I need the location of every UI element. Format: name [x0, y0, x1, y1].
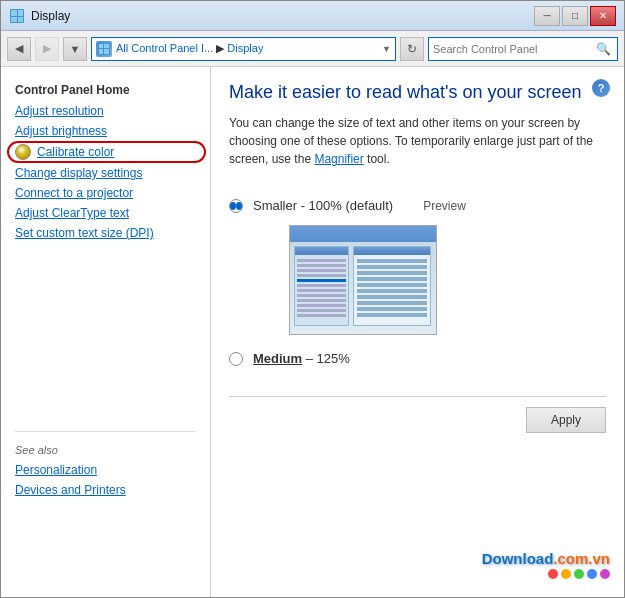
- address-path-bar[interactable]: All Control Panel I... ▶ Display ▼: [91, 37, 396, 61]
- window: Display ─ □ ✕ ◀ ▶ ▼ All Control Panel: [0, 0, 625, 598]
- svg-rect-8: [99, 49, 103, 54]
- svg-rect-2: [18, 10, 23, 16]
- option-smaller-row: Smaller - 100% (default) Preview: [229, 192, 606, 219]
- search-input[interactable]: [433, 43, 589, 55]
- dot-purple: [600, 569, 610, 579]
- path-separator: ▶: [216, 42, 227, 54]
- sidebar-item-cleartype[interactable]: Adjust ClearType text: [1, 203, 210, 223]
- adjust-brightness-label: Adjust brightness: [15, 124, 107, 138]
- address-bar: ◀ ▶ ▼ All Control Panel I... ▶ Display ▼…: [1, 31, 624, 67]
- magnifier-link[interactable]: Magnifier: [314, 152, 363, 166]
- svg-rect-9: [104, 49, 109, 54]
- sidebar-item-adjust-brightness[interactable]: Adjust brightness: [1, 121, 210, 141]
- svg-rect-7: [104, 44, 109, 48]
- change-display-label: Change display settings: [15, 166, 142, 180]
- apply-button[interactable]: Apply: [526, 407, 606, 433]
- title-bar: Display ─ □ ✕: [1, 1, 624, 31]
- title-bar-buttons: ─ □ ✕: [534, 6, 616, 26]
- calibrate-color-label: Calibrate color: [37, 145, 114, 159]
- content-divider: [229, 396, 606, 397]
- see-also-label: See also: [1, 440, 210, 460]
- custom-text-label: Set custom text size (DPI): [15, 226, 154, 240]
- dropdown-button[interactable]: ▼: [63, 37, 87, 61]
- svg-rect-6: [99, 44, 103, 48]
- watermark-dots: [482, 569, 610, 579]
- calibrate-icon: [15, 144, 31, 160]
- options-area: Smaller - 100% (default) Preview: [229, 184, 606, 380]
- address-icon: [96, 41, 112, 57]
- sidebar-item-adjust-resolution[interactable]: Adjust resolution: [1, 101, 210, 121]
- title-bar-left: Display: [9, 8, 70, 24]
- dot-red: [548, 569, 558, 579]
- devices-printers-label: Devices and Printers: [15, 483, 126, 497]
- description-end: tool.: [367, 152, 390, 166]
- sidebar-item-custom-text[interactable]: Set custom text size (DPI): [1, 223, 210, 243]
- back-button[interactable]: ◀: [7, 37, 31, 61]
- sidebar-item-personalization[interactable]: Personalization: [1, 460, 210, 480]
- sidebar-item-connect-projector[interactable]: Connect to a projector: [1, 183, 210, 203]
- sidebar-item-devices-printers[interactable]: Devices and Printers: [1, 480, 210, 500]
- preview-image: [289, 225, 437, 335]
- sidebar-divider: [15, 431, 196, 432]
- cleartype-label: Adjust ClearType text: [15, 206, 129, 220]
- title-bar-title: Display: [31, 9, 70, 23]
- svg-rect-1: [11, 10, 17, 16]
- svg-rect-4: [18, 17, 23, 22]
- option-medium-row: Medium – 125%: [229, 345, 606, 372]
- help-icon[interactable]: ?: [592, 79, 610, 97]
- option-smaller-label: Smaller - 100% (default): [253, 198, 393, 213]
- refresh-button[interactable]: ↻: [400, 37, 424, 61]
- close-button[interactable]: ✕: [590, 6, 616, 26]
- radio-smaller[interactable]: [229, 199, 243, 213]
- main-content: Control Panel Home Adjust resolution Adj…: [1, 67, 624, 597]
- forward-button[interactable]: ▶: [35, 37, 59, 61]
- content-description: You can change the size of text and othe…: [229, 114, 606, 168]
- address-path-text: All Control Panel I... ▶ Display: [116, 42, 378, 55]
- dot-blue: [587, 569, 597, 579]
- connect-projector-label: Connect to a projector: [15, 186, 133, 200]
- sidebar-home-link[interactable]: Control Panel Home: [1, 77, 210, 101]
- option-medium-label: Medium – 125%: [253, 351, 350, 366]
- svg-rect-3: [11, 17, 17, 22]
- sidebar-item-change-display[interactable]: Change display settings: [1, 163, 210, 183]
- personalization-label: Personalization: [15, 463, 97, 477]
- page-title: Make it easier to read what's on your sc…: [229, 81, 606, 104]
- address-chevron-icon[interactable]: ▼: [382, 44, 391, 54]
- description-text: You can change the size of text and othe…: [229, 116, 593, 166]
- dot-orange: [561, 569, 571, 579]
- watermark-domain: .com.vn: [553, 550, 610, 567]
- adjust-resolution-label: Adjust resolution: [15, 104, 104, 118]
- breadcrumb-control-panel[interactable]: All Control Panel I...: [116, 42, 213, 54]
- window-icon: [9, 8, 25, 24]
- watermark-download: Download: [482, 550, 554, 567]
- minimize-button[interactable]: ─: [534, 6, 560, 26]
- maximize-button[interactable]: □: [562, 6, 588, 26]
- search-button[interactable]: 🔍: [593, 39, 613, 59]
- radio-medium[interactable]: [229, 352, 243, 366]
- option-medium-rest: – 125%: [306, 351, 350, 366]
- sidebar: Control Panel Home Adjust resolution Adj…: [1, 67, 211, 597]
- option-medium-bold: Medium: [253, 351, 302, 366]
- search-box: 🔍: [428, 37, 618, 61]
- sidebar-item-calibrate-color[interactable]: Calibrate color: [1, 141, 210, 163]
- dot-green: [574, 569, 584, 579]
- button-area: Apply: [229, 407, 606, 433]
- breadcrumb-display[interactable]: Display: [227, 42, 263, 54]
- watermark: Download.com.vn: [482, 550, 610, 579]
- watermark-text: Download.com.vn: [482, 550, 610, 567]
- preview-label: Preview: [423, 199, 466, 213]
- content-area: ? Make it easier to read what's on your …: [211, 67, 624, 597]
